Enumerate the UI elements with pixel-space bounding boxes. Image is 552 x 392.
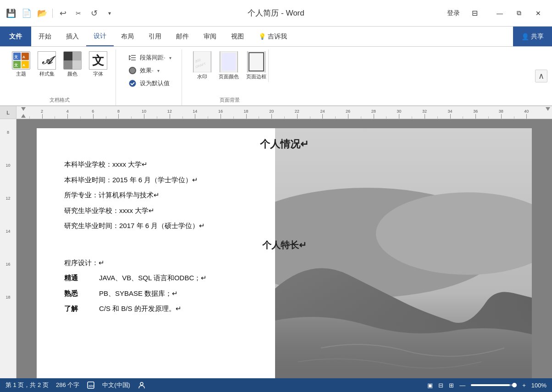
save-icon[interactable]: 💾 [5,7,17,20]
window-controls: — ⧉ ✕ [491,6,547,20]
tab-insert[interactable]: 插入 [59,27,86,46]
svg-rect-21 [248,51,265,72]
tab-layout[interactable]: 布局 [114,27,141,46]
pagecolor-button[interactable]: 页面颜色 [217,49,241,82]
ruler-scale: 246810121416182022242628303234363840 [17,106,552,119]
minimize-button[interactable]: — [491,6,509,20]
tab-mail[interactable]: 邮件 [169,27,196,46]
view-more-button[interactable]: ⊞ [449,382,454,389]
tab-design[interactable]: 设计 [86,27,114,46]
document-page: 个人情况↵ 本科毕业学校：xxxx 大学↵ 本科毕业时间：2015 年 6 月（… [37,128,532,378]
zoom-minus-icon: — [459,382,465,389]
skill-content-3: C/S 和 B/S 的开发原理。↵ [99,303,504,315]
document-format-items: 文 A 文 A 主题 𝒜 样式集 [9,49,110,96]
watermark-icon: 水印 DRAFT [193,51,211,72]
section2-title: 个人特长↵ [64,239,504,251]
skill-label-2: 熟悉 [64,288,92,299]
tab-view[interactable]: 视图 [224,27,251,46]
zoom-level-text: 100% [531,382,546,389]
skill-row-2: 熟悉 PB、SYBASE 数据库；↵ [64,288,504,299]
setdefault-icon [128,79,137,88]
new-doc-icon[interactable]: 📄 [20,7,33,20]
doc-line-5: 研究生毕业时间：2017 年 6 月（硕士学位）↵ [64,220,504,232]
skill-content-2: PB、SYBASE 数据库；↵ [99,288,504,299]
paragraph-items: 段落间距· ▾ 效果· ▾ [126,49,173,89]
zoom-slider[interactable] [471,384,517,386]
tab-review[interactable]: 审阅 [196,27,224,46]
open-icon[interactable]: 📂 [36,7,49,20]
spacing-button[interactable]: 段落间距· ▾ [126,52,173,63]
view-single-button[interactable]: ▣ [427,382,433,389]
pagecolor-label: 页面颜色 [219,73,239,80]
skill-row-1: 精通 JAVA、VB、SQL 语言和ODBC；↵ [64,272,504,284]
doc-format-group-label: 文档格式 [50,96,70,105]
spell-check-icon[interactable]: abc [87,381,95,389]
svg-text:A: A [22,63,25,67]
view-grid-icon: ⊟ [438,382,443,389]
theme-button[interactable]: 文 A 文 A 主题 [9,49,33,79]
ribbon-tab-bar: 文件 开始 插入 设计 布局 引用 邮件 审阅 视图 💡 吉诉我 👤 共享 [0,27,552,47]
zoom-plus-icon: + [522,382,526,389]
font-button[interactable]: 文 字体 [86,49,110,79]
svg-text:abc: abc [88,384,94,388]
pageborder-button[interactable]: 页面边框 [244,49,268,82]
skill-intro: 程序设计：↵ [64,257,504,269]
window-title: 个人简历 - Word [248,8,304,18]
login-button[interactable]: 登录 [443,7,464,19]
spacing-icon [128,53,137,62]
effect-icon [128,66,137,75]
doc-line-2: 本科毕业时间：2015 年 6 月（学士学位）↵ [64,174,504,186]
svg-text:文: 文 [14,54,18,59]
zoom-plus-button[interactable]: + [522,382,526,389]
spacing-arrow: ▾ [169,55,171,60]
font-label: 字体 [93,71,103,77]
redo-icon[interactable]: ↺ [88,7,100,20]
tab-file[interactable]: 文件 [0,27,31,46]
document-area[interactable]: 个人情况↵ 本科毕业学校：xxxx 大学↵ 本科毕业时间：2015 年 6 月（… [17,119,552,378]
customize-qat-icon[interactable]: ▾ [103,7,116,20]
ruler-l-marker: L [0,106,17,119]
svg-text:文: 文 [14,63,18,67]
ribbon-group-page-bg: 水印 DRAFT 水印 页面颜色 [184,49,276,105]
zoom-minus-button[interactable]: — [459,382,465,389]
spacing-label: 段落间距· [140,54,166,62]
effect-label: 效果· [140,66,154,75]
quick-access-toolbar: 💾 📄 📂 ↩ ✂ ↺ ▾ [5,7,116,20]
tab-help[interactable]: 💡 吉诉我 [251,27,294,46]
page-bg-group-label: 页面背景 [220,96,240,105]
page-info-text: 第 1 页，共 2 页 [6,381,49,389]
view-single-icon: ▣ [427,382,433,389]
close-button[interactable]: ✕ [529,6,547,20]
tab-share[interactable]: 👤 共享 [513,27,552,46]
ribbon-group-paragraph: 段落间距· ▾ 效果· ▾ [118,49,182,105]
styleset-icon: 𝒜 [38,51,56,70]
collapse-ribbon-button[interactable]: ∧ [535,70,547,82]
tab-home[interactable]: 开始 [31,27,59,46]
doc-line-3: 所学专业：计算机科学与技术↵ [64,189,504,201]
title-right: 登录 ⊟ — ⧉ ✕ [443,6,547,20]
cut-icon[interactable]: ✂ [72,7,85,20]
color-button[interactable]: 颜色 [61,49,84,79]
watermark-label: 水印 [197,73,207,80]
section1-title: 个人情况↵ [64,137,504,151]
watermark-button[interactable]: 水印 DRAFT 水印 [191,49,213,82]
effect-button[interactable]: 效果· ▾ [126,65,173,76]
horizontal-ruler: L 246810121416182022242628303234363840 [0,106,552,119]
font-icon: 文 [89,51,107,70]
skill-row-3: 了解 C/S 和 B/S 的开发原理。↵ [64,303,504,315]
ribbon-content: 文 A 文 A 主题 𝒜 样式集 [0,47,552,106]
restore-icon[interactable]: ⊟ [468,7,481,19]
view-grid-button[interactable]: ⊟ [438,382,443,389]
zoom-slider-fill [471,384,510,386]
doc-line-1: 本科毕业学校：xxxx 大学↵ [64,158,504,170]
undo-icon[interactable]: ↩ [56,7,69,20]
view-more-icon: ⊞ [449,382,454,389]
collaboration-icon[interactable] [138,381,146,389]
setdefault-button[interactable]: 设为默认值 [126,78,173,89]
restore-button[interactable]: ⧉ [510,6,528,20]
theme-label: 主题 [16,71,26,77]
tab-references[interactable]: 引用 [141,27,169,46]
language-info[interactable]: 中文(中国) [102,381,130,389]
ribbon-group-document-format: 文 A 文 A 主题 𝒜 样式集 [4,49,116,105]
styleset-button[interactable]: 𝒜 样式集 [35,49,59,79]
